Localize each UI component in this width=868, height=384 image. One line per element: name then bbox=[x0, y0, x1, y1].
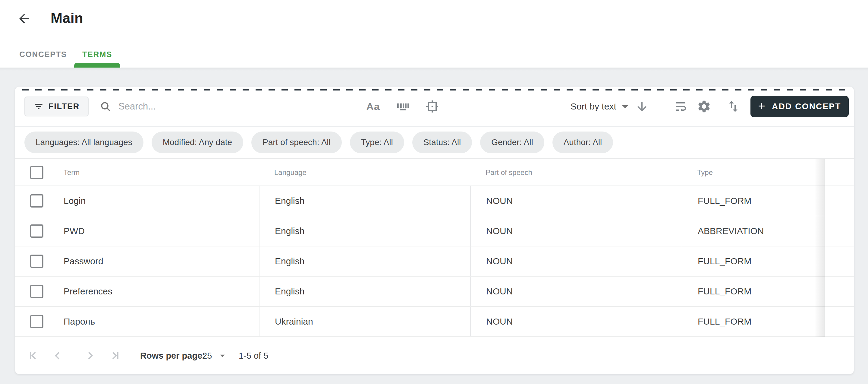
match-case-icon[interactable]: Aa bbox=[366, 99, 380, 114]
sort-by-select[interactable]: Sort by text bbox=[570, 87, 616, 126]
filter-chip[interactable]: Gender: All bbox=[480, 131, 544, 153]
table-row[interactable]: PasswordEnglishNOUNFULL_FORM bbox=[15, 246, 854, 276]
part-of-speech-cell: NOUN bbox=[470, 246, 682, 276]
select-all-checkbox[interactable] bbox=[30, 166, 43, 179]
next-page-icon[interactable] bbox=[83, 349, 96, 362]
page-range-text: 1-5 of 5 bbox=[239, 351, 268, 360]
filter-chip[interactable]: Type: All bbox=[350, 131, 404, 153]
page-title: Main bbox=[51, 10, 83, 26]
rows-per-page-value[interactable]: 25 bbox=[202, 351, 212, 360]
row-checkbox[interactable] bbox=[30, 225, 43, 238]
table-row[interactable]: PreferencesEnglishNOUNFULL_FORM bbox=[15, 276, 854, 307]
row-checkbox-cell bbox=[15, 246, 48, 276]
search-icon bbox=[100, 101, 111, 112]
part-of-speech-cell: NOUN bbox=[470, 276, 682, 306]
arrow-left-icon bbox=[17, 11, 31, 26]
type-cell: FULL_FORM bbox=[682, 307, 825, 336]
sort-by-caret-icon[interactable] bbox=[618, 99, 632, 114]
add-concept-label: ADD CONCEPT bbox=[772, 102, 841, 111]
row-checkbox[interactable] bbox=[30, 285, 43, 298]
import-export-icon[interactable] bbox=[726, 99, 741, 114]
rows-per-page-caret-icon[interactable] bbox=[216, 350, 228, 362]
table-body: LoginEnglishNOUNFULL_FORMPWDEnglishNOUNA… bbox=[15, 186, 854, 337]
caret-down-glyph bbox=[618, 99, 632, 114]
pinned-empty-cell bbox=[825, 246, 854, 276]
pinned-header-cell bbox=[825, 159, 854, 185]
pinned-empty-cell bbox=[825, 216, 854, 246]
pagination-bar: Rows per page: 25 1-5 of 5 bbox=[15, 337, 854, 374]
active-tab-indicator bbox=[74, 63, 120, 67]
language-cell: English bbox=[259, 276, 470, 306]
sort-direction-icon[interactable] bbox=[635, 99, 649, 114]
type-cell: FULL_FORM bbox=[682, 186, 825, 216]
filter-chip[interactable]: Author: All bbox=[553, 131, 613, 153]
type-cell: ABBREVIATION bbox=[682, 216, 825, 246]
search-input[interactable] bbox=[118, 101, 288, 112]
add-concept-button[interactable]: + ADD CONCEPT bbox=[750, 96, 849, 117]
row-checkbox[interactable] bbox=[30, 194, 43, 208]
settings-gear-icon[interactable] bbox=[697, 99, 711, 114]
filter-chips-row: Languages: All languagesModified: Any da… bbox=[15, 127, 854, 159]
language-cell: English bbox=[259, 246, 470, 276]
import-export-glyph bbox=[726, 99, 741, 114]
whole-word-icon[interactable] bbox=[396, 99, 410, 114]
language-cell: Ukrainian bbox=[259, 307, 470, 336]
toolbar: FILTER Aa bbox=[15, 87, 854, 127]
wrap-text-glyph bbox=[673, 99, 688, 114]
previous-page-icon[interactable] bbox=[51, 349, 64, 362]
pinned-empty-cell bbox=[825, 276, 854, 306]
language-cell: English bbox=[259, 216, 470, 246]
wrap-text-icon[interactable] bbox=[673, 99, 688, 114]
filter-chip[interactable]: Modified: Any date bbox=[152, 131, 243, 153]
row-checkbox[interactable] bbox=[30, 315, 43, 328]
type-cell: FULL_FORM bbox=[682, 276, 825, 306]
tab-concepts[interactable]: CONCEPTS bbox=[19, 48, 67, 61]
part-of-speech-cell: NOUN bbox=[470, 307, 682, 336]
column-header-part-of-speech[interactable]: Part of speech bbox=[470, 159, 682, 185]
term-cell: PWD bbox=[48, 216, 259, 246]
whole-word-glyph bbox=[396, 99, 410, 114]
table-row[interactable]: PWDEnglishNOUNABBREVIATION bbox=[15, 216, 854, 246]
term-cell: Пароль bbox=[48, 307, 259, 336]
table-row[interactable]: LoginEnglishNOUNFULL_FORM bbox=[15, 186, 854, 216]
row-checkbox-cell bbox=[15, 307, 48, 336]
column-header-type[interactable]: Type bbox=[682, 159, 825, 185]
content-area: FILTER Aa bbox=[0, 67, 868, 384]
select-region-icon[interactable] bbox=[425, 99, 439, 114]
type-cell: FULL_FORM bbox=[682, 246, 825, 276]
term-cell: Preferences bbox=[48, 276, 259, 306]
row-checkbox-cell bbox=[15, 276, 48, 306]
filter-button[interactable]: FILTER bbox=[24, 96, 89, 116]
filter-list-icon bbox=[33, 101, 44, 112]
table-header-row: Term Language Part of speech Type bbox=[15, 159, 854, 186]
filter-chip[interactable]: Languages: All languages bbox=[24, 131, 144, 153]
part-of-speech-cell: NOUN bbox=[470, 216, 682, 246]
filter-chip[interactable]: Part of speech: All bbox=[251, 131, 342, 153]
dashed-top-border bbox=[22, 89, 846, 90]
terms-card: FILTER Aa bbox=[15, 87, 854, 374]
rows-per-page-label: Rows per page: bbox=[140, 351, 205, 360]
part-of-speech-cell: NOUN bbox=[470, 186, 682, 216]
row-checkbox-cell bbox=[15, 186, 48, 216]
pinned-empty-cell bbox=[825, 307, 854, 336]
back-button[interactable] bbox=[17, 11, 31, 26]
first-page-icon[interactable] bbox=[27, 349, 40, 362]
column-header-language[interactable]: Language bbox=[259, 159, 470, 185]
row-checkbox[interactable] bbox=[30, 255, 43, 268]
select-all-cell bbox=[15, 159, 48, 185]
pinned-empty-cell bbox=[825, 186, 854, 216]
table-row[interactable]: ПарольUkrainianNOUNFULL_FORM bbox=[15, 307, 854, 337]
column-header-term[interactable]: Term bbox=[48, 159, 259, 185]
language-cell: English bbox=[259, 186, 470, 216]
gear-glyph bbox=[697, 99, 711, 114]
term-cell: Login bbox=[48, 186, 259, 216]
search-box bbox=[100, 96, 288, 116]
tab-terms[interactable]: TERMS bbox=[74, 48, 120, 61]
term-cell: Password bbox=[48, 246, 259, 276]
row-checkbox-cell bbox=[15, 216, 48, 246]
plus-icon: + bbox=[758, 100, 766, 112]
last-page-icon[interactable] bbox=[108, 349, 121, 362]
filter-chip[interactable]: Status: All bbox=[412, 131, 472, 153]
reticle-glyph bbox=[425, 99, 439, 114]
filter-button-label: FILTER bbox=[49, 102, 80, 111]
